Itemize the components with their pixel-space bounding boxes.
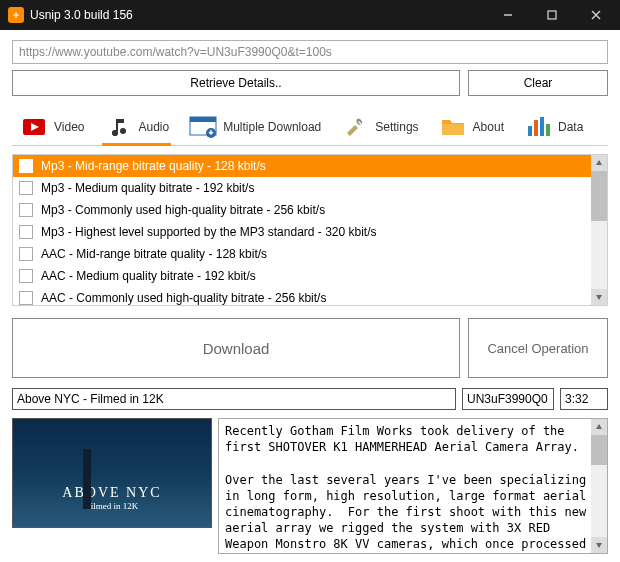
format-label: Mp3 - Highest level supported by the MP3… (41, 225, 377, 239)
close-button[interactable] (574, 0, 618, 30)
svg-point-4 (120, 128, 126, 134)
format-label: Mp3 - Mid-range bitrate quality - 128 kb… (41, 159, 266, 173)
scroll-down-icon[interactable] (591, 289, 607, 305)
scroll-thumb[interactable] (591, 435, 607, 465)
tab-label: Video (54, 120, 84, 134)
desc-scrollbar[interactable] (591, 419, 607, 553)
format-checkbox[interactable] (19, 181, 33, 195)
thumb-subtitle: Filmed in 12K (62, 501, 161, 511)
format-row[interactable]: Mp3 - Highest level supported by the MP3… (13, 221, 607, 243)
format-label: AAC - Medium quality bitrate - 192 kbit/… (41, 269, 256, 283)
format-checkbox[interactable] (19, 247, 33, 261)
format-label: Mp3 - Medium quality bitrate - 192 kbit/… (41, 181, 254, 195)
format-row[interactable]: Mp3 - Medium quality bitrate - 192 kbit/… (13, 177, 607, 199)
format-label: AAC - Commonly used high-quality bitrate… (41, 291, 326, 305)
svg-rect-8 (528, 126, 532, 136)
svg-rect-11 (546, 124, 550, 136)
tab-label: Settings (375, 120, 418, 134)
format-checkbox[interactable] (19, 269, 33, 283)
format-row[interactable]: Mp3 - Commonly used high-quality bitrate… (13, 199, 607, 221)
list-scrollbar[interactable] (591, 155, 607, 305)
music-note-icon (104, 115, 132, 139)
tab-label: Multiple Download (223, 120, 321, 134)
window-title: Usnip 3.0 build 156 (30, 8, 486, 22)
clear-button[interactable]: Clear (468, 70, 608, 96)
play-icon (20, 115, 48, 139)
format-checkbox[interactable] (19, 203, 33, 217)
format-checkbox[interactable] (19, 291, 33, 305)
cancel-button[interactable]: Cancel Operation (468, 318, 608, 378)
tab-settings[interactable]: Settings (339, 110, 420, 146)
tab-about[interactable]: About (437, 110, 506, 146)
video-thumbnail: ABOVE NYC Filmed in 12K (12, 418, 212, 528)
format-row[interactable]: AAC - Mid-range bitrate quality - 128 kb… (13, 243, 607, 265)
url-input[interactable] (12, 40, 608, 64)
video-duration-field[interactable]: 3:32 (560, 388, 608, 410)
scroll-up-icon[interactable] (591, 419, 607, 435)
tab-label: About (473, 120, 504, 134)
tab-bar: Video Audio Multiple Download Settings A… (12, 106, 608, 146)
svg-rect-9 (534, 120, 538, 136)
format-checkbox[interactable] (19, 225, 33, 239)
folder-icon (439, 115, 467, 139)
titlebar: Usnip 3.0 build 156 (0, 0, 620, 30)
tab-label: Audio (138, 120, 169, 134)
format-row[interactable]: AAC - Commonly used high-quality bitrate… (13, 287, 607, 305)
app-icon (8, 7, 24, 23)
video-title-field[interactable]: Above NYC - Filmed in 12K (12, 388, 456, 410)
video-id-field[interactable]: UN3uF3990Q0 (462, 388, 554, 410)
scroll-down-icon[interactable] (591, 537, 607, 553)
thumb-title: ABOVE NYC (62, 485, 161, 501)
tools-icon (341, 115, 369, 139)
tab-label: Data (558, 120, 583, 134)
tab-audio[interactable]: Audio (102, 110, 171, 146)
tab-video[interactable]: Video (18, 110, 86, 146)
browser-download-icon (189, 115, 217, 139)
format-label: Mp3 - Commonly used high-quality bitrate… (41, 203, 325, 217)
scroll-up-icon[interactable] (591, 155, 607, 171)
format-list: Mp3 - Mid-range bitrate quality - 128 kb… (12, 154, 608, 306)
tab-data[interactable]: Data (522, 110, 585, 146)
format-row[interactable]: Mp3 - Mid-range bitrate quality - 128 kb… (13, 155, 607, 177)
svg-point-3 (112, 130, 118, 136)
format-row[interactable]: AAC - Medium quality bitrate - 192 kbit/… (13, 265, 607, 287)
svg-rect-1 (548, 11, 556, 19)
retrieve-button[interactable]: Retrieve Details.. (12, 70, 460, 96)
format-label: AAC - Mid-range bitrate quality - 128 kb… (41, 247, 267, 261)
svg-rect-10 (540, 117, 544, 136)
svg-rect-6 (190, 117, 216, 122)
download-button[interactable]: Download (12, 318, 460, 378)
chart-bars-icon (524, 115, 552, 139)
tab-multiple[interactable]: Multiple Download (187, 110, 323, 146)
maximize-button[interactable] (530, 0, 574, 30)
description-box[interactable] (219, 419, 607, 553)
minimize-button[interactable] (486, 0, 530, 30)
scroll-thumb[interactable] (591, 171, 607, 221)
format-checkbox[interactable] (19, 159, 33, 173)
